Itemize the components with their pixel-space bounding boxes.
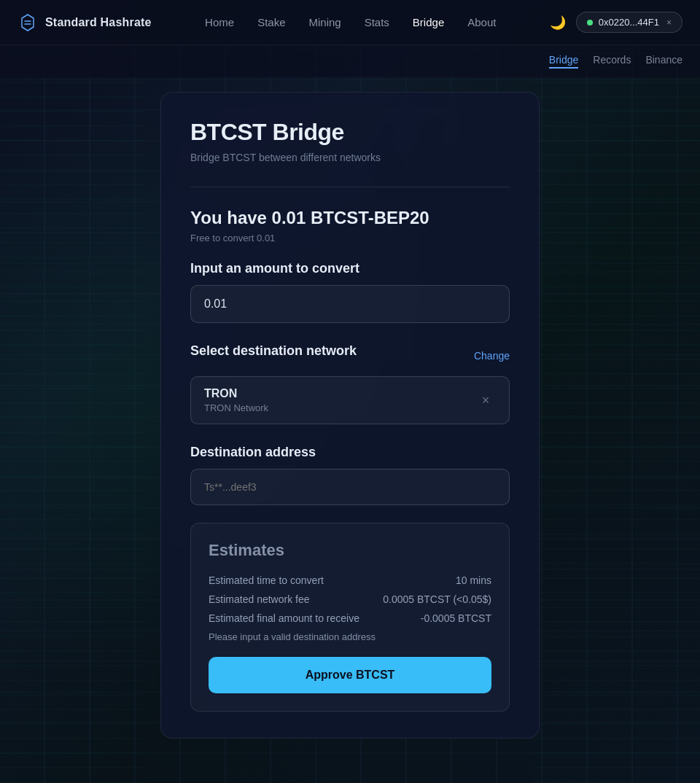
network-name: TRON <box>204 387 268 400</box>
logo-text: Standard Hashrate <box>45 16 152 29</box>
logo-icon <box>18 12 38 33</box>
estimate-value-1: 0.0005 BTCST (<0.05$) <box>383 593 491 605</box>
sub-nav-binance[interactable]: Binance <box>645 54 682 69</box>
estimate-row-1: Estimated network fee 0.0005 BTCST (<0.0… <box>209 593 491 605</box>
estimate-row-2: Estimated final amount to receive -0.000… <box>209 612 491 624</box>
wallet-close-icon[interactable]: × <box>666 17 672 28</box>
balance-section: You have 0.01 BTCST-BEP20 Free to conver… <box>190 208 510 244</box>
nav-mining[interactable]: Mining <box>308 13 341 31</box>
estimate-label-0: Estimated time to convert <box>209 574 324 586</box>
destination-label: Destination address <box>190 445 510 460</box>
theme-toggle-icon[interactable]: 🌙 <box>550 15 566 31</box>
estimate-label-1: Estimated network fee <box>209 593 310 605</box>
sub-nav-bridge[interactable]: Bridge <box>549 54 578 69</box>
estimates-title: Estimates <box>209 541 491 560</box>
nav-stats[interactable]: Stats <box>365 13 389 31</box>
network-desc: TRON Network <box>204 402 268 413</box>
card-title: BTCST Bridge <box>190 119 510 146</box>
network-info: TRON TRON Network <box>204 387 268 413</box>
nav-about[interactable]: About <box>467 13 496 31</box>
main-content: BTCST Bridge Bridge BTCST between differ… <box>0 77 700 753</box>
estimate-warning: Please input a valid destination address <box>209 631 491 642</box>
amount-label: Input an amount to convert <box>190 261 510 276</box>
network-close-icon[interactable]: × <box>475 390 496 410</box>
estimate-value-2: -0.0005 BTCST <box>421 612 491 624</box>
balance-subtitle: Free to convert 0.01 <box>190 233 510 244</box>
amount-input[interactable] <box>190 285 510 323</box>
wallet-badge[interactable]: 0x0220...44F1 × <box>576 12 682 33</box>
card-subtitle: Bridge BTCST between different networks <box>190 152 510 163</box>
wallet-status-dot <box>587 20 593 26</box>
navbar-right: 🌙 0x0220...44F1 × <box>550 12 682 33</box>
estimate-row-0: Estimated time to convert 10 mins <box>209 574 491 586</box>
estimates-box: Estimates Estimated time to convert 10 m… <box>190 523 510 712</box>
navbar-center: Home Stake Mining Stats Bridge About <box>205 13 496 31</box>
sub-nav-records[interactable]: Records <box>593 54 631 69</box>
navbar-logo: Standard Hashrate <box>18 12 152 33</box>
sub-nav: Bridge Records Binance <box>0 45 700 77</box>
balance-title: You have 0.01 BTCST-BEP20 <box>190 208 510 228</box>
estimate-value-0: 10 mins <box>456 574 491 586</box>
destination-address-input[interactable] <box>190 469 510 505</box>
divider <box>190 187 510 187</box>
wallet-address: 0x0220...44F1 <box>599 17 659 28</box>
navbar: Standard Hashrate Home Stake Mining Stat… <box>0 0 700 45</box>
approve-button[interactable]: Approve BTCST <box>209 657 491 693</box>
bridge-card: BTCST Bridge Bridge BTCST between differ… <box>160 92 540 739</box>
change-button[interactable]: Change <box>474 350 510 362</box>
nav-home[interactable]: Home <box>205 13 234 31</box>
nav-bridge[interactable]: Bridge <box>413 13 444 31</box>
network-label: Select destination network <box>190 343 357 359</box>
nav-stake[interactable]: Stake <box>257 13 285 31</box>
estimate-label-2: Estimated final amount to receive <box>209 612 359 624</box>
network-selector[interactable]: TRON TRON Network × <box>190 376 510 424</box>
network-section-header: Select destination network Change <box>190 343 510 367</box>
